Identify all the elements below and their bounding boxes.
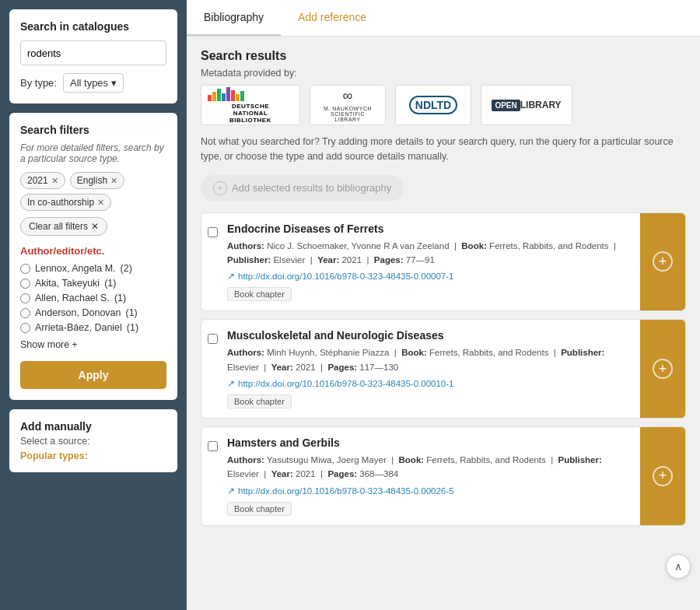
author-section: Author/editor/etc. Lennox, Angela M. (2)… (20, 245, 166, 350)
author-list: Lennox, Angela M. (2) Akita, Takeyuki (1… (20, 263, 166, 333)
add-manually-title: Add manually (20, 420, 166, 433)
result-card-add-1[interactable]: + (640, 320, 685, 418)
provider-logo-ndltd: NDLTD (395, 85, 471, 125)
author-radio-lennox[interactable] (20, 264, 30, 274)
list-item: Anderson, Donovan (1) (20, 307, 166, 318)
author-count: (1) (127, 322, 138, 333)
add-result-icon-2: + (653, 466, 673, 486)
author-count: (1) (114, 293, 126, 303)
apply-button[interactable]: Apply (20, 361, 166, 389)
author-radio-akita[interactable] (20, 279, 30, 289)
show-more-button[interactable]: Show more + (20, 339, 78, 350)
result-card-add-2[interactable]: + (640, 427, 685, 525)
author-radio-arrieta[interactable] (20, 323, 30, 333)
result-title-1: Musculoskeletal and Neurologic Diseases (227, 329, 632, 342)
filters-hint: For more detailed filters, search by a p… (20, 142, 166, 164)
result-card-left-2 (201, 427, 224, 525)
result-card-2: Hamsters and Gerbils Authors: Yasutsugu … (201, 426, 686, 526)
result-card-1: Musculoskeletal and Neurologic Diseases … (201, 319, 686, 419)
show-more-plus-icon: + (72, 339, 77, 350)
scroll-up-button[interactable]: ∧ (666, 554, 691, 579)
filter-tag-label: 2021 (27, 175, 48, 186)
list-item: Lennox, Angela M. (2) (20, 263, 166, 274)
result-card-body-2: Hamsters and Gerbils Authors: Yasutsugu … (224, 427, 640, 525)
chevron-up-icon: ∧ (674, 560, 682, 573)
search-catalogues-box: Search in catalogues rodents 🔍 By type: … (9, 9, 177, 103)
author-section-title: Author/editor/etc. (20, 245, 166, 257)
result-card-body-0: Endocrine Diseases of Ferrets Authors: N… (224, 213, 640, 311)
result-title-2: Hamsters and Gerbils (227, 436, 632, 449)
result-card-0: Endocrine Diseases of Ferrets Authors: N… (201, 212, 686, 312)
remove-all-icon: ✕ (91, 221, 99, 232)
metadata-row: Metadata provided by: (201, 68, 686, 79)
add-result-icon-0: + (653, 251, 673, 272)
result-link-0[interactable]: ↗ http://dx.doi.org/10.1016/b978-0-323-4… (227, 271, 632, 282)
type-dropdown[interactable]: All types ▾ (63, 73, 124, 93)
author-radio-allen[interactable] (20, 293, 30, 303)
book-chapter-badge-2: Book chapter (227, 502, 292, 516)
author-name: Allen, Rachael S. (35, 293, 110, 303)
remove-coauthorship-icon[interactable]: ✕ (97, 198, 104, 208)
author-count: (2) (121, 263, 132, 274)
result-checkbox-1[interactable] (208, 334, 218, 344)
list-item: Akita, Takeyuki (1) (20, 278, 166, 289)
add-manually-box: Add manually Select a source: Popular ty… (9, 409, 177, 472)
result-meta-1: Authors: Minh Huynh, Stéphanie Piazza | … (227, 345, 632, 374)
remove-2021-icon[interactable]: ✕ (51, 176, 58, 186)
author-name: Anderson, Donovan (35, 307, 121, 318)
provider-logos: DEUTSCHENATIONALBIBLIOTHEK ∞ M. NAUKOWYC… (201, 85, 686, 125)
search-results-title: Search results (201, 49, 686, 63)
add-result-icon-1: + (653, 359, 673, 379)
author-name: Arrieta-Báez, Daniel (35, 322, 122, 333)
tab-add-reference[interactable]: Add reference (281, 0, 383, 36)
add-selected-button[interactable]: + Add selected results to bibliography (201, 175, 404, 202)
search-button[interactable]: 🔍 (164, 41, 166, 65)
provider-logo-naukowa: ∞ M. NAUKOWYCHSCIENTIFICLIBRARY (310, 85, 386, 125)
select-source-label: Select a source: (20, 436, 166, 447)
search-catalogues-title: Search in catalogues (20, 20, 166, 33)
external-link-icon: ↗ (227, 271, 235, 282)
type-row: By type: All types ▾ (20, 73, 166, 93)
result-checkbox-0[interactable] (208, 227, 218, 237)
main-content: Search results Metadata provided by: (187, 37, 700, 610)
filter-tag-coauthorship: In co-authorship ✕ (20, 194, 111, 211)
right-panel: Bibliography Add reference Search result… (187, 0, 700, 610)
tab-bibliography[interactable]: Bibliography (187, 0, 281, 36)
search-input[interactable]: rodents (21, 43, 164, 64)
author-count: (1) (104, 278, 116, 289)
chevron-down-icon: ▾ (111, 77, 117, 89)
left-panel: Search in catalogues rodents 🔍 By type: … (0, 0, 187, 610)
book-chapter-badge-1: Book chapter (227, 394, 292, 408)
filter-tag-label: In co-authorship (27, 197, 94, 208)
by-type-label: By type: (20, 77, 57, 89)
list-item: Arrieta-Báez, Daniel (1) (20, 322, 166, 333)
result-card-left-0 (201, 213, 224, 311)
show-more-label: Show more (20, 339, 69, 350)
author-radio-anderson[interactable] (20, 308, 30, 318)
external-link-icon: ↗ (227, 486, 235, 496)
tab-bar: Bibliography Add reference (187, 0, 700, 37)
external-link-icon: ↗ (227, 378, 235, 389)
filter-tag-english: English ✕ (70, 172, 124, 189)
list-item: Allen, Rachael S. (1) (20, 293, 166, 303)
clear-all-filters-button[interactable]: Clear all filters ✕ (20, 217, 107, 236)
not-found-text: Not what you searched for? Try adding mo… (201, 135, 686, 164)
result-title-0: Endocrine Diseases of Ferrets (227, 223, 632, 235)
book-chapter-badge-0: Book chapter (227, 287, 292, 301)
result-meta-0: Authors: Nico J. Schoemaker, Yvonne R A … (227, 239, 632, 268)
add-selected-plus-icon: + (213, 181, 227, 195)
remove-english-icon[interactable]: ✕ (110, 176, 117, 186)
author-name: Lennox, Angela M. (35, 263, 116, 274)
result-meta-2: Authors: Yasutsugu Miwa, Joerg Mayer | B… (227, 453, 632, 482)
search-filters-title: Search filters (20, 124, 166, 136)
type-dropdown-value: All types (70, 77, 108, 89)
provider-logo-openlibrary: OPENLIBRARY (481, 85, 572, 125)
filter-tag-label: English (77, 175, 107, 186)
result-card-body-1: Musculoskeletal and Neurologic Diseases … (224, 320, 640, 418)
result-link-1[interactable]: ↗ http://dx.doi.org/10.1016/b978-0-323-4… (227, 378, 632, 389)
popular-types-label: Popular types: (20, 450, 88, 461)
result-link-2[interactable]: ↗ http://dx.doi.org/10.1016/b978-0-323-4… (227, 486, 632, 496)
result-checkbox-2[interactable] (208, 441, 218, 451)
search-filters-box: Search filters For more detailed filters… (9, 113, 177, 400)
result-card-add-0[interactable]: + (640, 213, 685, 311)
